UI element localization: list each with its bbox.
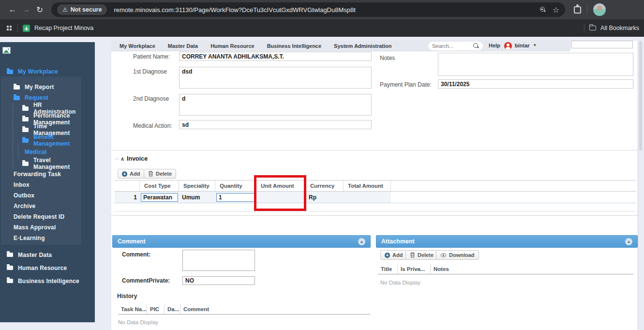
patient-name-input[interactable]	[179, 52, 372, 61]
bookmark-item[interactable]: Recap Project Minova	[34, 25, 93, 31]
sidebar-item-e-learning[interactable]: E-Learning	[1, 233, 81, 243]
history-header-row: Task Na... PIC Da... Comment	[118, 304, 370, 315]
sidebar-item-forwarding-task[interactable]: Forwarding Task	[1, 169, 81, 180]
forward-icon[interactable]: →	[19, 5, 33, 15]
all-bookmarks-button[interactable]: All Bookmarks	[600, 25, 639, 31]
sidebar-item-label: Travel Management	[33, 157, 81, 170]
app-menu-bar: My Workplace Master Data Human Resource …	[111, 41, 571, 51]
col-title[interactable]: Title	[378, 264, 398, 274]
bookmarks-divider-right	[584, 24, 584, 32]
browser-profile-avatar[interactable]	[593, 3, 606, 16]
comment-panel-header[interactable]: Comment ▲	[112, 235, 371, 248]
zoom-icon[interactable]	[540, 7, 546, 13]
col-comment[interactable]: Comment	[180, 304, 370, 314]
user-avatar[interactable]	[504, 42, 512, 50]
menu-my-workplace[interactable]: My Workplace	[120, 43, 155, 49]
chevron-down-icon[interactable]: ▾	[534, 43, 536, 47]
warning-icon: ⚠	[62, 6, 68, 13]
first-diagnose-textarea[interactable]: dsd	[179, 67, 372, 89]
col-notes[interactable]: Notes	[431, 264, 633, 274]
sidebar-item-archive[interactable]: Archive	[1, 201, 81, 211]
sidebar-item-my-report[interactable]: My Report	[1, 82, 81, 92]
cell-currency[interactable]: Rp	[306, 192, 344, 203]
address-bar[interactable]: ⚠ Not secure remote.minovais.com:31130/P…	[51, 2, 565, 17]
invoice-delete-button[interactable]: Delete	[144, 169, 176, 179]
search-input[interactable]	[432, 43, 468, 49]
search-box	[428, 42, 483, 50]
col-speciality[interactable]: Speciality	[179, 180, 215, 191]
history-empty-text: No Data Display	[118, 319, 158, 325]
sidebar-item-outbox[interactable]: Outbox	[1, 190, 81, 201]
cell-total-amount[interactable]	[344, 192, 391, 203]
col-is-private[interactable]: Is Priva...	[398, 264, 431, 274]
comment-textarea[interactable]	[182, 250, 255, 271]
medical-action-input[interactable]	[179, 120, 372, 129]
sidebar-item-label: Benefit Management	[33, 134, 81, 147]
help-button[interactable]: Help	[489, 43, 500, 48]
payment-plan-date-input[interactable]	[438, 79, 633, 89]
attachment-panel-title: Attachment	[381, 238, 415, 245]
menu-human-resource[interactable]: Human Resource	[210, 43, 254, 49]
back-icon[interactable]: ←	[6, 5, 19, 15]
sidebar-item-benefit-management[interactable]: Benefit Management	[13, 135, 81, 146]
sidebar: My Workplace My Report Request HR Admini…	[0, 42, 95, 322]
cell-unit-amount[interactable]	[256, 192, 306, 203]
comment-label: Comment:	[122, 251, 150, 258]
col-quantity[interactable]: Quantity	[215, 180, 256, 191]
security-badge[interactable]: ⚠ Not secure	[57, 4, 107, 15]
attachment-delete-button[interactable]: Delete	[405, 250, 438, 260]
attachment-header-row: Title Is Priva... Notes	[378, 264, 633, 274]
scrollbar-thumb[interactable]	[639, 41, 642, 150]
quantity-input[interactable]	[216, 193, 255, 202]
attachment-download-button[interactable]: Download	[436, 250, 479, 260]
second-diagnose-textarea[interactable]: d	[179, 94, 372, 116]
menu-master-data[interactable]: Master Data	[168, 43, 198, 49]
top-right-field[interactable]	[571, 41, 633, 48]
col-cost-type[interactable]: Cost Type	[140, 180, 179, 191]
sidebar-item-label: My Workplace	[18, 68, 58, 75]
col-task-name[interactable]: Task Na...	[118, 304, 147, 314]
bookmark-star-icon[interactable]: ☆	[553, 5, 559, 15]
sidebar-item-delete-request-id[interactable]: Delete Request ID	[1, 211, 81, 222]
col-total-amount[interactable]: Total Amount	[344, 180, 391, 191]
cost-type-input[interactable]	[141, 193, 178, 202]
col-unit-amount[interactable]: Unit Amount	[256, 180, 306, 191]
history-label: History	[117, 293, 137, 300]
sidebar-item-inbox[interactable]: Inbox	[1, 180, 81, 190]
invoice-add-button[interactable]: + Add	[118, 169, 144, 179]
sidebar-item-business-intelligence[interactable]: Business Intelligence	[7, 274, 94, 287]
user-menu[interactable]: bintar	[515, 43, 530, 48]
collapse-chevron-icon[interactable]: ∧	[120, 156, 124, 162]
col-date[interactable]: Da...	[165, 304, 180, 314]
reload-icon[interactable]: ↻	[33, 5, 46, 15]
attachment-add-button[interactable]: + Add	[380, 250, 407, 260]
sidebar-item-master-data[interactable]: Master Data	[7, 248, 94, 261]
sidebar-item-human-resource[interactable]: Human Resource	[7, 261, 94, 274]
invoice-section-header[interactable]: ∧ Invoice	[115, 155, 148, 162]
sidebar-item-label: Master Data	[18, 252, 52, 258]
apps-grid-icon[interactable]	[7, 26, 9, 28]
menu-business-intelligence[interactable]: Business Intelligence	[267, 43, 321, 49]
invoice-row[interactable]: 1 Umum Rp	[115, 192, 636, 203]
patient-name-label: Patient Name:	[133, 53, 170, 60]
sidebar-item-travel-management[interactable]: Travel Management	[13, 158, 81, 169]
sidebar-item-my-workplace[interactable]: My Workplace	[7, 66, 58, 77]
sidebar-item-label: Inbox	[14, 181, 30, 188]
notes-textarea[interactable]	[438, 53, 633, 76]
history-table: Task Na... PIC Da... Comment	[118, 304, 370, 315]
extensions-icon[interactable]	[574, 6, 581, 14]
cell-speciality[interactable]: Umum	[179, 192, 215, 203]
search-icon[interactable]	[473, 43, 479, 49]
collapse-icon[interactable]: ▲	[625, 238, 632, 245]
col-currency[interactable]: Currency	[306, 180, 344, 191]
sidebar-item-mass-approval[interactable]: Mass Approval	[1, 222, 81, 233]
first-diagnose-label: 1st Diagnose	[133, 68, 167, 75]
col-pic[interactable]: PIC	[147, 304, 165, 314]
collapse-icon[interactable]: ▲	[358, 238, 365, 245]
url-text[interactable]: remote.minovais.com:31130/Page/WorkFlow?…	[114, 6, 535, 14]
button-label: Delete	[418, 252, 434, 258]
attachment-panel-header[interactable]: Attachment ▲	[376, 235, 638, 248]
col-filler	[391, 180, 636, 191]
comment-private-input[interactable]	[182, 276, 255, 285]
menu-system-administration[interactable]: System Administration	[334, 43, 391, 49]
